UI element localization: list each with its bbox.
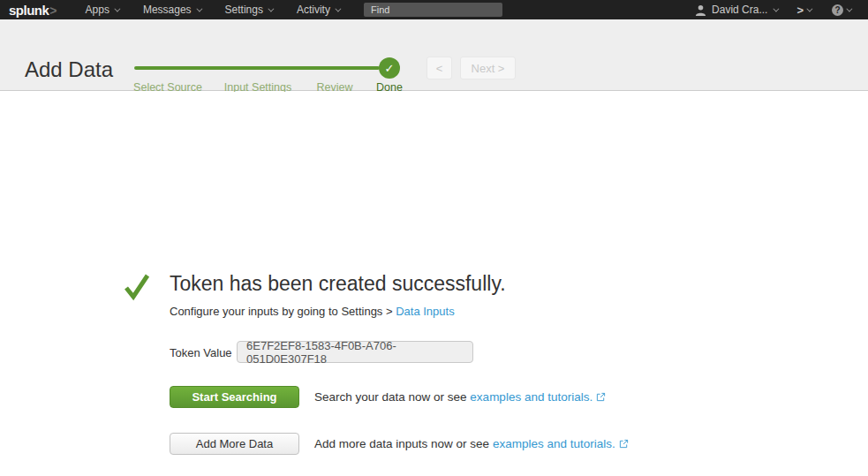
nav-menu-apps[interactable]: Apps	[73, 0, 131, 19]
nav-menu-settings[interactable]: Settings	[213, 0, 284, 19]
action-row-add-more-data: Add More Data Add more data inputs now o…	[170, 433, 629, 455]
user-menu[interactable]: David Cra...	[688, 4, 784, 16]
action-description-text: Search your data now or see	[314, 390, 470, 404]
nav-menu-apps-label: Apps	[86, 4, 109, 16]
nav-menu-activity-label: Activity	[297, 4, 330, 16]
help-icon: ?	[832, 4, 843, 16]
success-subtitle-text: Configure your inputs by going to Settin…	[170, 305, 396, 318]
chevron-down-icon	[114, 5, 120, 11]
chevron-down-icon	[806, 5, 812, 11]
splunk-add-data-screen: splunk > Apps Messages Settings Activity	[0, 0, 868, 476]
success-title: Token has been created successfully.	[170, 272, 506, 296]
user-name: David Cra...	[712, 4, 767, 16]
next-button[interactable]: Next >	[460, 57, 516, 79]
back-button[interactable]: <	[426, 57, 452, 79]
action-description: Add more data inputs now or see examples…	[314, 437, 629, 450]
find-search-input[interactable]	[364, 3, 502, 17]
splunk-logo-chevron: >	[49, 4, 57, 18]
action-description-text: Add more data inputs now or see	[314, 437, 493, 450]
add-more-data-button[interactable]: Add More Data	[170, 433, 299, 455]
main-content: Token has been created successfully. Con…	[0, 92, 868, 476]
splunk-logo-text: splunk	[9, 3, 49, 18]
top-navigation-bar: splunk > Apps Messages Settings Activity	[0, 0, 868, 19]
chevron-down-icon	[335, 5, 341, 11]
examples-tutorials-link[interactable]: examples and tutorials.	[470, 390, 593, 404]
quick-launch-menu[interactable]: >	[788, 4, 819, 17]
success-check-icon	[123, 271, 151, 301]
help-menu[interactable]: ?	[823, 4, 859, 16]
stepper-progress-line	[134, 66, 380, 70]
examples-tutorials-link[interactable]: examples and tutorials.	[493, 437, 615, 450]
data-inputs-link[interactable]: Data Inputs	[396, 305, 455, 318]
nav-menu-messages[interactable]: Messages	[131, 0, 213, 19]
chevron-down-icon	[196, 5, 202, 11]
stepper-done-check-icon: ✓	[379, 57, 400, 79]
action-description: Search your data now or see examples and…	[314, 390, 606, 404]
splunk-chevron-icon: >	[796, 4, 804, 17]
external-link-icon	[619, 439, 629, 449]
user-icon	[695, 4, 706, 16]
start-searching-button[interactable]: Start Searching	[170, 386, 299, 408]
nav-menu-activity[interactable]: Activity	[284, 0, 351, 19]
chevron-down-icon	[268, 5, 274, 11]
chevron-down-icon	[846, 5, 852, 11]
success-subtitle: Configure your inputs by going to Settin…	[170, 305, 455, 318]
token-value-field[interactable]: 6E7F2EF8-1583-4F0B-A706-051D0E307F18	[237, 341, 473, 363]
splunk-logo[interactable]: splunk >	[9, 3, 57, 18]
external-link-icon	[596, 392, 606, 402]
page-title: Add Data	[25, 57, 113, 82]
action-row-start-searching: Start Searching Search your data now or …	[170, 386, 606, 408]
chevron-down-icon	[774, 5, 780, 11]
nav-menu-messages-label: Messages	[143, 4, 192, 16]
page-header: Add Data ✓ Select Source Input Settings …	[0, 19, 868, 91]
token-value-label: Token Value	[170, 346, 232, 359]
topbar-right-cluster: David Cra... > ?	[688, 4, 868, 17]
nav-menu-settings-label: Settings	[225, 4, 263, 16]
